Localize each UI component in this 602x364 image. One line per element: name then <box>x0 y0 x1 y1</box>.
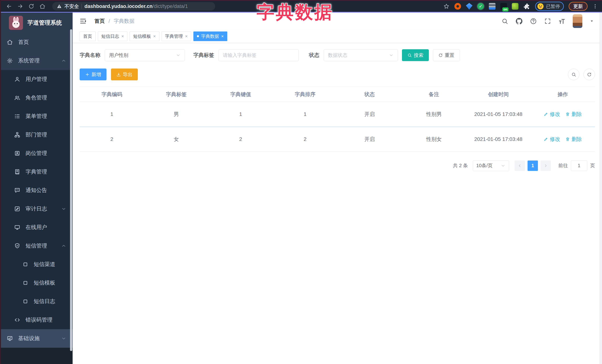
sidebar-item-13[interactable]: 短信模板 <box>0 274 73 292</box>
sidebar-item-16[interactable]: 基础设施 <box>0 329 73 348</box>
sidebar-item-10[interactable]: 在线用户 <box>0 218 73 237</box>
table-header-row: 字典编码字典标签字典键值字典排序状态备注创建时间操作 <box>80 87 595 102</box>
font-size-icon[interactable] <box>559 18 565 25</box>
page-size-value: 10条/页 <box>476 162 493 169</box>
dict-name-select[interactable]: 用户性别 <box>105 49 185 61</box>
breadcrumb-current: 字典数据 <box>114 18 134 25</box>
delete-link[interactable]: 删除 <box>565 111 582 118</box>
sidebar-item-6[interactable]: 岗位管理 <box>0 144 73 163</box>
sidebar-item-11[interactable]: 短信管理 <box>0 237 73 255</box>
collapse-sidebar-icon[interactable] <box>79 17 87 25</box>
export-button[interactable]: 导出 <box>111 69 138 80</box>
prev-page-button[interactable] <box>515 161 525 171</box>
table-cell: 男 <box>144 102 209 127</box>
back-icon[interactable] <box>6 3 12 10</box>
app-logo[interactable]: 芋道管理系统 <box>0 13 73 33</box>
puzzle-extension-icon[interactable] <box>523 3 530 10</box>
sidebar-item-label: 菜单管理 <box>26 113 47 120</box>
sidebar-item-15[interactable]: 错误码管理 <box>0 311 73 329</box>
sidebar-item-1[interactable]: 系统管理 <box>0 52 73 70</box>
table-cell: 2021-01-05 17:03:48 <box>466 127 531 152</box>
sidebar-item-2[interactable]: 用户管理 <box>0 70 73 89</box>
tab-close-icon[interactable]: × <box>153 34 156 39</box>
goto-label: 前往 <box>558 162 568 169</box>
page-size-select[interactable]: 10条/页 <box>473 160 509 171</box>
chevron-down-icon <box>389 53 394 58</box>
search-button[interactable]: 搜索 <box>402 49 429 61</box>
sidebar-item-0[interactable]: 首页 <box>0 33 73 52</box>
reload-icon[interactable] <box>28 3 34 10</box>
dict-tag-label: 字典标签 <box>194 52 214 59</box>
breadcrumb: 首页 / 字典数据 <box>95 18 134 25</box>
github-icon[interactable] <box>516 18 523 25</box>
avatar-caret-down-icon[interactable] <box>590 19 594 23</box>
current-page-button[interactable]: 1 <box>527 161 538 171</box>
chevron-down-icon <box>176 53 181 58</box>
tab-1[interactable]: 短信日志× <box>98 31 128 41</box>
sidebar-scrollbar[interactable] <box>70 29 72 351</box>
sidebar-item-5[interactable]: 部门管理 <box>0 125 73 144</box>
sidebar-item-7[interactable]: 字典管理 <box>0 163 73 181</box>
tab-close-icon[interactable]: × <box>185 34 188 39</box>
green-check-extension-icon[interactable] <box>477 3 484 10</box>
browser-home-icon[interactable] <box>39 3 46 10</box>
address-bar[interactable]: 不安全 dashboard.yudao.iocoder.cn/dict/type… <box>52 2 215 10</box>
delete-link[interactable]: 删除 <box>565 136 582 143</box>
edit-link[interactable]: 修改 <box>544 136 560 143</box>
tab-label: 字典管理 <box>165 33 183 39</box>
tab-close-icon[interactable]: × <box>121 34 124 39</box>
column-header: 字典标签 <box>144 87 209 102</box>
browser-menu-dots-icon[interactable] <box>592 3 598 9</box>
help-icon[interactable] <box>530 18 537 25</box>
sidebar-item-label: 审计日志 <box>26 205 47 213</box>
search-button-label: 搜索 <box>414 52 423 59</box>
fullscreen-icon[interactable] <box>544 18 551 25</box>
table-cell: 女 <box>144 127 209 152</box>
sidebar-item-3[interactable]: 角色管理 <box>0 89 73 107</box>
breadcrumb-home[interactable]: 首页 <box>95 18 105 25</box>
goto-page-input[interactable] <box>571 161 587 171</box>
sidebar-item-12[interactable]: 短信渠道 <box>0 255 73 274</box>
forward-icon[interactable] <box>17 3 23 10</box>
tab-4[interactable]: 字典数据× <box>194 31 227 41</box>
tab-0[interactable]: 首页 <box>80 31 96 41</box>
edit-link[interactable]: 修改 <box>544 111 560 118</box>
add-button-label: 新增 <box>92 71 101 78</box>
goto-suffix: 页 <box>590 162 595 169</box>
tab-3[interactable]: 字典管理× <box>161 31 191 41</box>
bars-extension-icon[interactable] <box>489 3 495 10</box>
refresh-icon <box>587 72 592 77</box>
profile-paused-button[interactable]: 已暂停 <box>535 2 564 11</box>
sidebar-item-4[interactable]: 菜单管理 <box>0 107 73 125</box>
sidebar-item-14[interactable]: 短信日志 <box>0 292 73 311</box>
reset-button[interactable]: 重置 <box>433 49 460 61</box>
tab-2[interactable]: 短信模板× <box>130 31 159 41</box>
status-select[interactable]: 数据状态 <box>324 49 398 61</box>
plus-icon <box>85 72 90 77</box>
green-leaf-extension-icon[interactable] <box>512 3 518 10</box>
square-icon <box>22 261 29 268</box>
blue-gem-extension-icon[interactable] <box>466 3 473 10</box>
table-cell: 开启 <box>337 102 402 127</box>
search-icon[interactable] <box>501 18 508 25</box>
toggle-search-button[interactable] <box>568 69 580 80</box>
dict-tag-input[interactable] <box>223 52 294 58</box>
update-browser-button[interactable]: 更新 <box>569 2 588 11</box>
user-avatar[interactable] <box>573 14 582 28</box>
url-domain: dashboard.yudao.iocoder.cn <box>85 3 153 9</box>
orange-extension-icon[interactable] <box>454 3 461 10</box>
add-button[interactable]: 新增 <box>80 69 107 80</box>
page-scrollbar[interactable] <box>600 13 602 364</box>
column-header: 字典编码 <box>80 87 144 102</box>
search-icon <box>571 72 576 77</box>
bookmark-star-icon[interactable] <box>443 3 450 10</box>
sidebar-item-label: 短信管理 <box>26 242 47 250</box>
chevron-down-icon <box>61 206 66 211</box>
paused-label: 已暂停 <box>546 3 560 10</box>
next-page-button[interactable] <box>540 161 551 171</box>
switch-extension-icon[interactable]: on <box>500 3 507 10</box>
tab-close-icon[interactable]: × <box>221 34 224 39</box>
refresh-table-button[interactable] <box>583 69 595 80</box>
sidebar-item-9[interactable]: 审计日志 <box>0 200 73 218</box>
sidebar-item-8[interactable]: 通知公告 <box>0 181 73 200</box>
